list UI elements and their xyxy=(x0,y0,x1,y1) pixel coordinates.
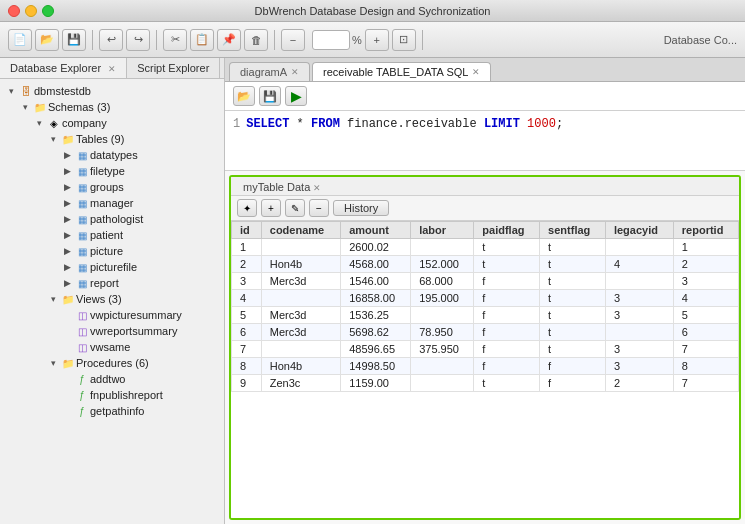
sql-run-btn[interactable]: ▶ xyxy=(285,86,307,106)
toolbar-zoomin-btn[interactable]: + xyxy=(365,29,389,51)
tree-item-vwpicturesummary[interactable]: ◫ vwpicturesummary xyxy=(0,307,224,323)
tree-item-datatypes[interactable]: ▶ ▦ datatypes xyxy=(0,147,224,163)
tree-item-company[interactable]: ▾ ◈ company xyxy=(0,115,224,131)
table-row[interactable]: 2Hon4b4568.00152.000tt42 xyxy=(232,256,739,273)
cell-2-5: t xyxy=(540,273,606,290)
cell-8-0: 9 xyxy=(232,375,262,392)
toolbar-delete-btn[interactable]: 🗑 xyxy=(244,29,268,51)
sql-open-btn[interactable]: 📂 xyxy=(233,86,255,106)
results-area: myTable Data ✕ ✦ + ✎ − History id codena… xyxy=(229,175,741,520)
tab-receivable-sql[interactable]: receivable TABLE_DATA SQL ✕ xyxy=(312,62,491,81)
table-row[interactable]: 5Merc3d1536.25ft35 xyxy=(232,307,739,324)
tab-script-explorer[interactable]: Script Explorer xyxy=(127,58,220,78)
tree-item-vwsame[interactable]: ◫ vwsame xyxy=(0,339,224,355)
toolbar-save-btn[interactable]: 💾 xyxy=(62,29,86,51)
cell-1-6: 4 xyxy=(605,256,673,273)
filetype-arrow-icon: ▶ xyxy=(60,166,74,176)
sql-editor[interactable]: 1SELECT * FROM finance.receivable LIMIT … xyxy=(225,111,745,171)
results-delete-btn[interactable]: − xyxy=(309,199,329,217)
toolbar-fit-btn[interactable]: ⊡ xyxy=(392,29,416,51)
results-tab-name: myTable Data xyxy=(243,181,310,193)
db-label: dbmstestdb xyxy=(34,85,91,97)
toolbar-cut-btn[interactable]: ✂ xyxy=(163,29,187,51)
tree-item-procedures[interactable]: ▾ 📁 Procedures (6) xyxy=(0,355,224,371)
tree-item-fnpublishreport[interactable]: ƒ fnpublishreport xyxy=(0,387,224,403)
pathologist-arrow-icon: ▶ xyxy=(60,214,74,224)
toolbar-undo-btn[interactable]: ↩ xyxy=(99,29,123,51)
table-row[interactable]: 416858.00195.000ft34 xyxy=(232,290,739,307)
tree-item-schemas[interactable]: ▾ 📁 Schemas (3) xyxy=(0,99,224,115)
tree-item-vwreportsummary[interactable]: ◫ vwreportsummary xyxy=(0,323,224,339)
table-row[interactable]: 748596.65375.950ft37 xyxy=(232,341,739,358)
tree-item-views[interactable]: ▾ 📁 Views (3) xyxy=(0,291,224,307)
content-area: diagramA ✕ receivable TABLE_DATA SQL ✕ 📂… xyxy=(225,58,745,524)
zoom-input[interactable]: 100 xyxy=(312,30,350,50)
cell-0-3 xyxy=(411,239,474,256)
tab-diagram-a[interactable]: diagramA ✕ xyxy=(229,62,310,81)
cell-1-3: 152.000 xyxy=(411,256,474,273)
tree-item-tables[interactable]: ▾ 📁 Tables (9) xyxy=(0,131,224,147)
results-tab-close-icon[interactable]: ✕ xyxy=(313,183,321,193)
toolbar-redo-btn[interactable]: ↪ xyxy=(126,29,150,51)
cell-2-7: 3 xyxy=(673,273,738,290)
cell-3-1 xyxy=(261,290,340,307)
history-button[interactable]: History xyxy=(333,200,389,216)
tree-item-getpathinfo[interactable]: ƒ getpathinfo xyxy=(0,403,224,419)
tree-item-groups[interactable]: ▶ ▦ groups xyxy=(0,179,224,195)
cell-6-2: 48596.65 xyxy=(341,341,411,358)
cell-8-2: 1159.00 xyxy=(341,375,411,392)
cell-2-3: 68.000 xyxy=(411,273,474,290)
tree-item-report[interactable]: ▶ ▦ report xyxy=(0,275,224,291)
table-row[interactable]: 12600.02tt1 xyxy=(232,239,739,256)
tree-item-patient[interactable]: ▶ ▦ patient xyxy=(0,227,224,243)
tree-item-db[interactable]: ▾ 🗄 dbmstestdb xyxy=(0,83,224,99)
toolbar-zoomout-btn[interactable]: − xyxy=(281,29,305,51)
company-arrow-icon: ▾ xyxy=(32,118,46,128)
toolbar-copy-btn[interactable]: 📋 xyxy=(190,29,214,51)
table-row[interactable]: 3Merc3d1546.0068.000ft3 xyxy=(232,273,739,290)
results-tab-label[interactable]: myTable Data ✕ xyxy=(235,179,329,195)
addtwo-label: addtwo xyxy=(90,373,125,385)
table-row[interactable]: 6Merc3d5698.6278.950ft6 xyxy=(232,324,739,341)
sql-save-btn[interactable]: 💾 xyxy=(259,86,281,106)
tree-item-pathologist[interactable]: ▶ ▦ pathologist xyxy=(0,211,224,227)
picturefile-arrow-icon: ▶ xyxy=(60,262,74,272)
cell-3-4: f xyxy=(474,290,540,307)
toolbar-paste-btn[interactable]: 📌 xyxy=(217,29,241,51)
tree-item-manager[interactable]: ▶ ▦ manager xyxy=(0,195,224,211)
col-reportid: reportid xyxy=(673,222,738,239)
cell-2-2: 1546.00 xyxy=(341,273,411,290)
results-add-btn[interactable]: ✦ xyxy=(237,199,257,217)
cell-8-3 xyxy=(411,375,474,392)
tree-item-picture[interactable]: ▶ ▦ picture xyxy=(0,243,224,259)
receivable-close-icon[interactable]: ✕ xyxy=(472,67,480,77)
diagram-close-icon[interactable]: ✕ xyxy=(291,67,299,77)
tree-item-filetype[interactable]: ▶ ▦ filetype xyxy=(0,163,224,179)
cell-2-1: Merc3d xyxy=(261,273,340,290)
tab-database-explorer[interactable]: Database Explorer ✕ xyxy=(0,58,127,78)
tree-item-addtwo[interactable]: ƒ addtwo xyxy=(0,371,224,387)
toolbar-new-btn[interactable]: 📄 xyxy=(8,29,32,51)
toolbar-open-btn[interactable]: 📂 xyxy=(35,29,59,51)
cell-0-7: 1 xyxy=(673,239,738,256)
close-button[interactable] xyxy=(8,5,20,17)
db-explorer-close-icon[interactable]: ✕ xyxy=(108,64,116,74)
tree-item-picturefile[interactable]: ▶ ▦ picturefile xyxy=(0,259,224,275)
cell-3-7: 4 xyxy=(673,290,738,307)
cell-6-1 xyxy=(261,341,340,358)
table-row[interactable]: 8Hon4b14998.50ff38 xyxy=(232,358,739,375)
gpi-icon: ƒ xyxy=(74,404,90,418)
results-insert-btn[interactable]: + xyxy=(261,199,281,217)
cell-6-5: t xyxy=(540,341,606,358)
minimize-button[interactable] xyxy=(25,5,37,17)
cell-5-5: t xyxy=(540,324,606,341)
col-sentflag: sentflag xyxy=(540,222,606,239)
table-row[interactable]: 9Zen3c1159.00tf27 xyxy=(232,375,739,392)
cell-5-2: 5698.62 xyxy=(341,324,411,341)
results-toolbar: ✦ + ✎ − History xyxy=(231,196,739,221)
maximize-button[interactable] xyxy=(42,5,54,17)
views-arrow-icon: ▾ xyxy=(46,294,60,304)
vwsame-icon: ◫ xyxy=(74,340,90,354)
sql-text-from: * xyxy=(289,117,311,131)
results-edit-btn[interactable]: ✎ xyxy=(285,199,305,217)
